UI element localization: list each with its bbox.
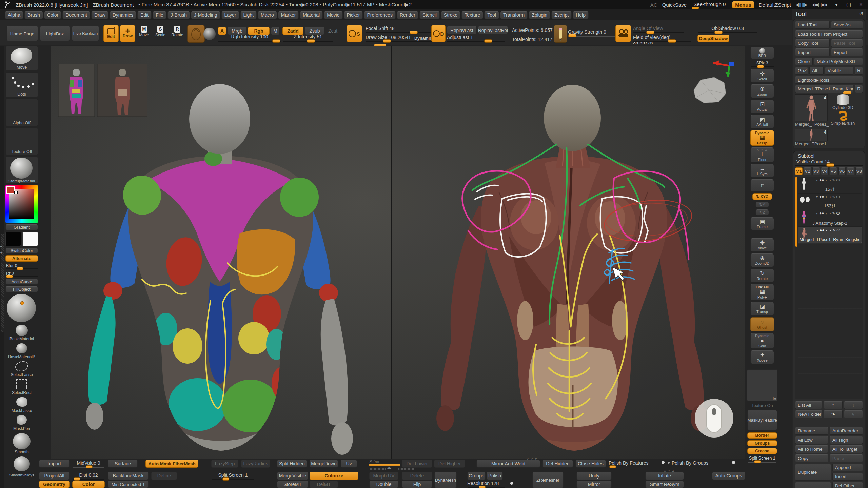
make-polymesh3d-button[interactable]: Make PolyMesh3D <box>814 58 863 65</box>
palette-refresh-icon[interactable]: ↺ <box>859 11 863 17</box>
left-tray-scrollbar[interactable]: ▸ ▾ <box>0 46 4 488</box>
paste-tool-button[interactable]: Paste Tool <box>831 39 863 47</box>
define-button[interactable]: Define <box>151 472 177 480</box>
close-holes-button[interactable]: Close Holes <box>575 460 606 468</box>
uv-button[interactable]: Uv <box>341 460 357 468</box>
slider-handle[interactable] <box>757 65 764 68</box>
menu-item-jmodeling[interactable]: J-Modeling <box>191 11 220 19</box>
inflate-button[interactable]: Inflate <box>645 472 684 480</box>
geometry-tab-button[interactable]: Geometry <box>39 481 70 488</box>
all-to-target-button[interactable]: All To Target <box>830 445 863 453</box>
lightbox-button[interactable]: LightBox <box>40 26 70 41</box>
menu-item-draw[interactable]: Draw <box>91 11 108 19</box>
del-other-button[interactable]: Del Other <box>832 482 863 488</box>
mask-by-feature-button[interactable]: MaskByFeature <box>747 410 777 431</box>
menu-item-preferences[interactable]: Preferences <box>364 11 395 19</box>
texture-preview-box[interactable]: Te <box>747 369 777 401</box>
slider-handle[interactable] <box>646 30 654 34</box>
slider-handle[interactable] <box>668 39 676 43</box>
move-mode-button[interactable]: M Move <box>137 26 151 42</box>
del-hidden-button[interactable]: Del Hidden <box>542 460 573 468</box>
slider-handle[interactable] <box>826 163 834 167</box>
aahalf-button[interactable]: ◩AAHalf <box>750 115 774 128</box>
unify-button[interactable]: Unify <box>576 472 612 480</box>
zremesher-button[interactable]: ZRemesher <box>532 472 564 488</box>
rename-button[interactable]: Rename <box>795 427 828 435</box>
slider-handle[interactable] <box>692 7 699 9</box>
quicksave-button[interactable]: QuickSave <box>662 2 687 8</box>
displacement-icon[interactable]: ◑ <box>829 195 831 199</box>
menu-item-tool[interactable]: Tool <box>484 11 499 19</box>
tool-name-slider-handle[interactable] <box>843 92 851 94</box>
gravity-strength-slider[interactable]: Gravity Strength 0 <box>568 29 617 37</box>
frame-button[interactable]: ▣Frame <box>750 217 774 230</box>
slider-handle[interactable] <box>222 477 229 481</box>
menu-item-edit[interactable]: Edit <box>137 11 152 19</box>
new-folder-button[interactable]: New Folder <box>795 410 822 418</box>
crease-button[interactable]: Crease <box>747 448 777 454</box>
border-button[interactable]: Border <box>747 432 777 439</box>
vtab-v6[interactable]: V6 <box>838 167 846 175</box>
slider-handle[interactable] <box>568 34 576 37</box>
texture-selector[interactable]: Texture Off <box>5 128 38 155</box>
morph-uv-button[interactable]: Morph UV <box>369 472 398 480</box>
displacement-icon[interactable]: ◑ <box>829 178 831 182</box>
select-rect-item[interactable]: SelectRect <box>5 379 38 395</box>
menu-item-render[interactable]: Render <box>397 11 418 19</box>
camera-view-button[interactable] <box>615 25 631 42</box>
uv-icon[interactable]: ◐ <box>826 178 828 182</box>
subtool-row-icons[interactable]: ▾●●◐◑✎⊙ <box>816 211 839 216</box>
edit-mode-button[interactable]: Edit <box>103 25 119 42</box>
mask-pen-item[interactable]: MaskPen <box>5 415 38 431</box>
split-hidden-button[interactable]: Split Hidden <box>277 460 307 468</box>
paste-subtool-button[interactable]: Paste <box>830 454 863 462</box>
save-as-button[interactable]: Save As <box>831 21 863 29</box>
paintbrush-icon[interactable]: ✎ <box>832 195 835 199</box>
smooth-valleys-item[interactable]: SmoothValleys <box>5 456 38 477</box>
texture-on-label[interactable]: Texture On <box>751 403 773 408</box>
spix-slider[interactable]: SPix 3 <box>750 61 774 67</box>
accucurve-button[interactable]: AccuCurve <box>5 279 38 285</box>
default-zscript-button[interactable]: DefaultZScript <box>759 2 791 8</box>
symmetry-z-button[interactable]: ↻Z <box>755 209 769 216</box>
copy-subtool-button[interactable]: Copy <box>795 454 828 462</box>
slider-handle[interactable] <box>410 30 418 34</box>
paintbrush-icon[interactable]: ✎ <box>832 178 835 182</box>
auto-reorder-button[interactable]: AutoReorder <box>830 427 863 435</box>
load-tool-button[interactable]: Load Tool <box>795 21 830 29</box>
see-through-slider[interactable]: See-through 0 <box>691 1 728 8</box>
lightbox-tools-button[interactable]: Lightbox▶Tools <box>795 76 863 84</box>
subtool-row[interactable]: ▾●●◐◑✎⊙ 15강1 <box>798 194 862 210</box>
eye-visibility-icon[interactable]: ⊙ <box>836 228 841 232</box>
polish-features-dot-toggle[interactable] <box>662 461 665 464</box>
merge-down-button[interactable]: MergeDown <box>310 460 338 468</box>
smooth-brush-item[interactable]: Smooth <box>5 433 38 455</box>
slider-handle[interactable] <box>484 39 492 43</box>
angle-of-view-slider[interactable]: Angle Of View <box>633 26 684 33</box>
brush-preview-move[interactable]: Move <box>5 46 38 70</box>
menu-item-layer[interactable]: Layer <box>221 11 239 19</box>
menu-item-zscript[interactable]: Zscript <box>551 11 572 19</box>
menu-item-macro[interactable]: Macro <box>258 11 277 19</box>
goz-visible-button[interactable]: Visible <box>825 67 853 75</box>
subtool-row[interactable]: ▾●●◐◑✎⊙ 15강 <box>798 177 862 194</box>
flip-button[interactable]: Flip <box>402 481 432 488</box>
dynamesh-groups-button[interactable]: Groups <box>467 472 486 480</box>
blur-slider[interactable]: Blur 0 <box>5 263 38 269</box>
subtool-scrollbar[interactable] <box>795 177 797 247</box>
polypaint-icon[interactable]: ●● <box>819 178 824 182</box>
tray-toggle-left-icon[interactable]: ◂||| |||▸ <box>796 2 807 8</box>
alpha-selector[interactable]: Alpha Off <box>5 99 38 126</box>
surface-button[interactable]: Surface <box>108 460 138 468</box>
viewport[interactable] <box>51 46 745 458</box>
fill-object-button[interactable]: FillObject <box>5 286 38 292</box>
import-button[interactable]: Import <box>795 48 830 56</box>
move-up-button[interactable]: ↑ <box>824 401 843 409</box>
document-canvas[interactable] <box>51 46 745 459</box>
polypaint-icon[interactable]: ●● <box>820 228 825 232</box>
polish-by-groups-slider[interactable]: Polish By Groups <box>672 460 719 468</box>
scale-mode-button[interactable]: S Scale <box>153 26 167 42</box>
split-screen-bottom-slider[interactable]: Split Screen 1 <box>211 472 255 480</box>
menu-item-color[interactable]: Color <box>44 11 61 19</box>
copy-tool-button[interactable]: Copy Tool <box>795 39 830 47</box>
